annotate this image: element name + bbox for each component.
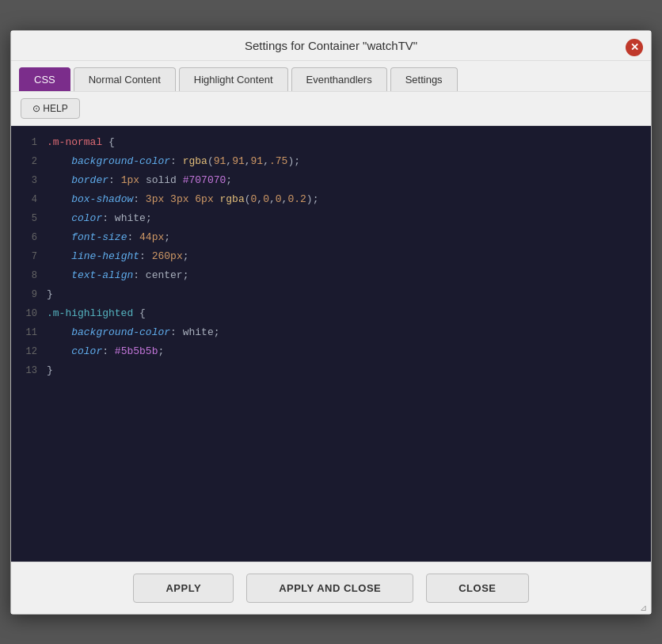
code-line: 7 line-height: 260px; — [11, 248, 651, 267]
line-number: 10 — [11, 305, 47, 322]
modal-dialog: Settings for Container "watchTV" ✕ CSS N… — [10, 30, 652, 615]
tab-highlight-content[interactable]: Highlight Content — [179, 67, 288, 91]
line-number: 1 — [11, 134, 47, 151]
line-content: background-color: rgba(91,91,91,.75); — [47, 153, 651, 170]
tab-settings[interactable]: Settings — [390, 67, 458, 91]
code-line: 6 font-size: 44px; — [11, 229, 651, 248]
line-content: } — [47, 286, 651, 303]
modal-overlay: Settings for Container "watchTV" ✕ CSS N… — [0, 0, 662, 644]
code-editor[interactable]: 1 .m-normal { 2 background-color: rgba(9… — [11, 126, 651, 562]
code-line: 12 color: #5b5b5b; — [11, 343, 651, 362]
tab-css[interactable]: CSS — [19, 67, 70, 91]
tab-normal-content[interactable]: Normal Content — [74, 67, 176, 91]
line-number: 3 — [11, 172, 47, 189]
help-bar: ⊙ HELP — [11, 92, 651, 126]
line-content: color: #5b5b5b; — [47, 343, 651, 360]
line-content: color: white; — [47, 210, 651, 227]
code-line: 9 } — [11, 286, 651, 305]
help-button[interactable]: ⊙ HELP — [21, 98, 80, 119]
line-content: .m-highlighted { — [47, 305, 651, 322]
tab-eventhandlers[interactable]: Eventhandlers — [291, 67, 387, 91]
line-number: 4 — [11, 191, 47, 208]
line-number: 12 — [11, 343, 47, 360]
modal-header: Settings for Container "watchTV" ✕ — [11, 31, 651, 61]
line-content: } — [47, 362, 651, 379]
line-number: 9 — [11, 286, 47, 303]
line-content: line-height: 260px; — [47, 248, 651, 265]
line-content: border: 1px solid #707070; — [47, 172, 651, 189]
code-line: 2 background-color: rgba(91,91,91,.75); — [11, 153, 651, 172]
line-content: text-align: center; — [47, 267, 651, 284]
line-number: 11 — [11, 324, 47, 341]
line-content: box-shadow: 3px 3px 6px rgba(0,0,0,0.2); — [47, 191, 651, 208]
code-line: 8 text-align: center; — [11, 267, 651, 286]
modal-title: Settings for Container "watchTV" — [24, 39, 638, 52]
close-button[interactable]: CLOSE — [426, 574, 528, 603]
line-content: background-color: white; — [47, 324, 651, 341]
line-content: .m-normal { — [47, 134, 651, 151]
close-x-button[interactable]: ✕ — [626, 39, 643, 56]
code-line: 1 .m-normal { — [11, 134, 651, 153]
modal-footer: APPLY APPLY AND CLOSE CLOSE — [11, 562, 651, 614]
code-line: 4 box-shadow: 3px 3px 6px rgba(0,0,0,0.2… — [11, 191, 651, 210]
line-number: 5 — [11, 210, 47, 227]
code-line: 10 .m-highlighted { — [11, 305, 651, 324]
line-content: font-size: 44px; — [47, 229, 651, 246]
apply-button[interactable]: APPLY — [133, 574, 234, 603]
code-line: 3 border: 1px solid #707070; — [11, 172, 651, 191]
line-number: 13 — [11, 362, 47, 379]
tabs-bar: CSS Normal Content Highlight Content Eve… — [11, 61, 651, 92]
code-line: 13 } — [11, 362, 651, 381]
line-number: 6 — [11, 229, 47, 246]
line-number: 2 — [11, 153, 47, 170]
line-number: 8 — [11, 267, 47, 284]
line-number: 7 — [11, 248, 47, 265]
resize-handle[interactable]: ⊿ — [640, 603, 649, 612]
code-line: 11 background-color: white; — [11, 324, 651, 343]
apply-and-close-button[interactable]: APPLY AND CLOSE — [246, 574, 413, 603]
code-line: 5 color: white; — [11, 210, 651, 229]
